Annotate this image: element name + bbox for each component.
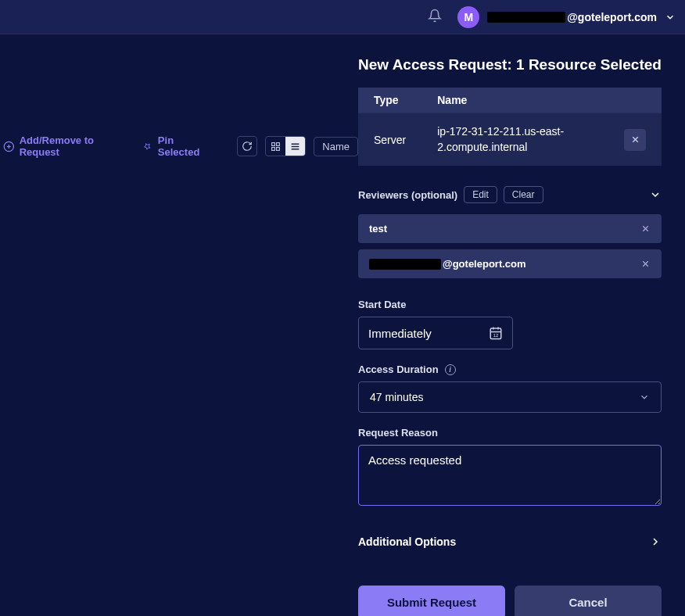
- bell-icon: [428, 9, 442, 23]
- chevron-down-icon: [639, 392, 650, 403]
- resource-name: ip-172-31-12-211.us-east-2.compute.inter…: [421, 113, 608, 167]
- chevron-right-icon: [649, 535, 662, 548]
- left-pane: Add/Remove to Request Pin Selected: [0, 34, 358, 616]
- reviewer-name: @goteleport.com: [443, 258, 526, 270]
- pin-icon: [142, 141, 153, 152]
- request-panel: New Access Request: 1 Resource Selected …: [358, 34, 685, 616]
- reviewers-label: Reviewers (optional): [358, 189, 457, 201]
- plus-circle-icon: [3, 141, 15, 152]
- user-menu[interactable]: M @goteleport.com: [457, 6, 676, 28]
- info-icon[interactable]: i: [445, 364, 456, 375]
- svg-rect-5: [271, 147, 274, 150]
- resource-type: Server: [358, 113, 421, 167]
- pin-label: Pin Selected: [158, 134, 217, 158]
- list-icon: [290, 141, 300, 152]
- clear-reviewers-button[interactable]: Clear: [504, 186, 543, 203]
- edit-reviewers-button[interactable]: Edit: [464, 186, 497, 203]
- request-reason-input[interactable]: Access requested: [358, 445, 662, 506]
- cancel-button[interactable]: Cancel: [515, 586, 662, 616]
- notifications-button[interactable]: [428, 9, 442, 26]
- list-view-button[interactable]: [285, 137, 305, 156]
- access-duration-value: 47 minutes: [370, 391, 423, 403]
- svg-rect-6: [276, 147, 279, 150]
- reviewer-chip: @goteleport.com: [358, 249, 662, 278]
- redacted-email-prefix: [487, 12, 565, 23]
- redacted-reviewer-prefix: [369, 259, 441, 270]
- chevron-down-icon: [665, 12, 676, 23]
- reviewers-header: Reviewers (optional) Edit Clear: [358, 186, 662, 203]
- request-reason-label: Request Reason: [358, 427, 662, 439]
- start-date-value: Immediately: [368, 327, 432, 340]
- sort-name-button[interactable]: Name: [314, 137, 358, 156]
- app-header: M @goteleport.com: [0, 0, 685, 34]
- view-toggle: [265, 136, 307, 156]
- grid-view-button[interactable]: [266, 137, 285, 156]
- svg-rect-3: [271, 142, 274, 145]
- email-suffix: @goteleport.com: [567, 11, 657, 23]
- table-row: Server ip-172-31-12-211.us-east-2.comput…: [358, 113, 662, 167]
- additional-options-toggle[interactable]: Additional Options: [358, 529, 662, 554]
- svg-rect-4: [276, 142, 279, 145]
- chevron-down-icon[interactable]: [649, 188, 662, 201]
- remove-resource-button[interactable]: [624, 129, 646, 151]
- resource-table: Type Name Server ip-172-31-12-211.us-eas…: [358, 88, 662, 166]
- add-remove-label: Add/Remove to Request: [20, 134, 134, 158]
- grid-icon: [271, 141, 281, 152]
- calendar-icon: 12: [489, 326, 503, 340]
- reviewer-name: test: [369, 223, 387, 235]
- reviewer-chip: test: [358, 214, 662, 243]
- col-type-header: Type: [358, 88, 421, 113]
- remove-reviewer-button[interactable]: [640, 259, 651, 269]
- pin-button[interactable]: Pin Selected: [142, 134, 217, 158]
- additional-options-label: Additional Options: [358, 535, 456, 548]
- page-title: New Access Request: 1 Resource Selected: [358, 56, 662, 73]
- add-remove-button[interactable]: Add/Remove to Request: [3, 134, 134, 158]
- refresh-icon: [242, 141, 253, 152]
- col-name-header: Name: [421, 88, 608, 113]
- close-icon: [640, 259, 651, 269]
- access-duration-label: Access Duration i: [358, 364, 662, 375]
- access-duration-select[interactable]: 47 minutes: [358, 381, 662, 413]
- svg-text:12: 12: [493, 333, 499, 338]
- refresh-button[interactable]: [237, 136, 256, 156]
- remove-reviewer-button[interactable]: [640, 224, 651, 234]
- avatar-letter: M: [464, 11, 473, 23]
- start-date-picker[interactable]: Immediately 12: [358, 317, 513, 349]
- close-icon: [630, 134, 640, 145]
- user-email: @goteleport.com: [487, 11, 657, 23]
- start-date-label: Start Date: [358, 299, 662, 310]
- avatar: M: [457, 6, 479, 28]
- submit-request-button[interactable]: Submit Request: [358, 586, 505, 616]
- resource-toolbar: Add/Remove to Request Pin Selected: [0, 134, 358, 158]
- close-icon: [640, 224, 651, 234]
